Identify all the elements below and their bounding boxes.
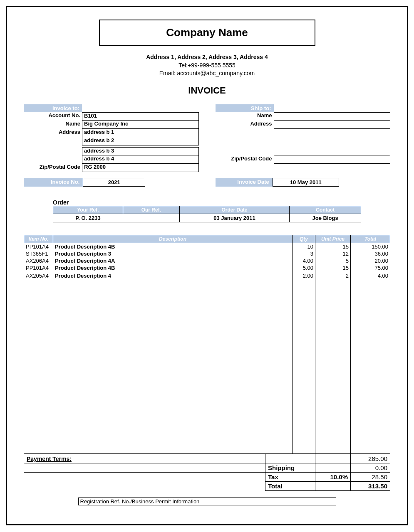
- shipping-label: Shipping: [265, 463, 315, 473]
- label-account-no: Account No.: [24, 112, 82, 121]
- items-cell-item_no: PP101A4: [24, 243, 53, 250]
- label-ship-address: Address: [216, 121, 274, 129]
- invoice-page: Company Name Address 1, Address 2, Addre…: [6, 6, 408, 525]
- items-cell-unit_price: 15: [315, 264, 351, 271]
- payment-terms-label: Payment Terms:: [24, 454, 265, 463]
- items-h-no: Item No.: [24, 235, 53, 243]
- items-cell-item_no: AX205A4: [24, 272, 53, 279]
- value-bill-addr4: address b 4: [82, 155, 199, 164]
- invoice-date-label: Invoice Date: [216, 178, 273, 187]
- items-cell-total: 36.00: [351, 250, 390, 257]
- items-cell-description: Product Description 4B: [53, 264, 293, 271]
- items-cell-description: Product Description 4: [53, 272, 293, 279]
- items-row: PP101A4Product Description 4B5.001575.00: [24, 264, 390, 271]
- items-cell-description: Product Description 4B: [53, 243, 293, 250]
- invoice-date-value: 10 May 2011: [273, 178, 339, 187]
- value-ship-addr1: [274, 121, 391, 129]
- value-bill-addr1: address b 1: [82, 129, 199, 137]
- items-section: Item No. Description Qty Unit Price Tota…: [24, 235, 390, 491]
- order-h-contact: Contact: [290, 206, 361, 214]
- items-cell-item_no: AX206A4: [24, 257, 53, 264]
- company-address: Address 1, Address 2, Address 3, Address…: [24, 53, 390, 62]
- value-bill-addr2: address b 2: [82, 137, 199, 145]
- items-cell-description: Product Description 4A: [53, 257, 293, 264]
- items-row: AX206A4Product Description 4A4.00520.00: [24, 257, 390, 264]
- company-email: Email: accounts@abc_company.com: [24, 69, 390, 78]
- summary-subtotal: 285.00: [351, 454, 390, 463]
- party-section: Invoice to: Account No. B101 Name Big Co…: [24, 104, 390, 172]
- items-cell-item_no: PP101A4: [24, 264, 53, 271]
- order-section: Order Your Ref. Our Ref. Order Date Cont…: [53, 199, 361, 222]
- items-cell-total: 20.00: [351, 257, 390, 264]
- items-h-qty: Qty: [293, 235, 315, 243]
- items-row: PP101A4Product Description 4B1015150.00: [24, 243, 390, 250]
- label-ship-name: Name: [216, 112, 274, 121]
- doc-title: INVOICE: [24, 85, 390, 96]
- value-ship-addr3: [274, 139, 391, 147]
- footer-registration: Registration Ref. No./Business Permit In…: [78, 498, 336, 505]
- invoice-no-value: 2021: [83, 178, 145, 187]
- order-your-ref: P. O. 2233: [53, 214, 123, 222]
- items-cell-qty: 5.00: [293, 264, 315, 271]
- items-cell-total: 75.00: [351, 264, 390, 271]
- tax-label: Tax: [265, 473, 315, 482]
- value-ship-zip: [274, 155, 391, 164]
- company-tel: Tel:+99-999-555 5555: [24, 62, 390, 70]
- invoice-meta-bar: Invoice No. 2021 Invoice Date 10 May 201…: [24, 178, 390, 187]
- order-h-date: Order Date: [179, 206, 289, 214]
- label-ship-zip: Zip/Postal Code: [216, 155, 274, 164]
- value-account-no: B101: [82, 112, 199, 121]
- items-cell-qty: 4.00: [293, 257, 315, 264]
- items-cell-unit_price: 15: [315, 243, 351, 250]
- order-table: Your Ref. Our Ref. Order Date Contact P.…: [53, 206, 361, 222]
- value-bill-addr3: address b 3: [82, 147, 199, 155]
- items-cell-qty: 3: [293, 250, 315, 257]
- order-contact: Joe Blogs: [290, 214, 361, 222]
- summary-table: Payment Terms: 285.00 Shipping 0.00 Tax …: [24, 454, 390, 491]
- items-cell-unit_price: 12: [315, 250, 351, 257]
- value-ship-name: [274, 112, 391, 121]
- summary-total: 313.50: [351, 482, 390, 491]
- order-h-our-ref: Our Ref.: [123, 206, 179, 214]
- items-row: AX205A4Product Description 42.0024.00: [24, 272, 390, 279]
- items-h-price: Unit Price: [315, 235, 351, 243]
- label-bill-name: Name: [24, 121, 82, 129]
- items-filler-row: [24, 279, 390, 454]
- order-h-your-ref: Your Ref.: [53, 206, 123, 214]
- value-ship-addr4: [274, 147, 391, 155]
- value-bill-zip: RG 2000: [82, 164, 199, 172]
- value-bill-name: Big Company Inc: [82, 121, 199, 129]
- invoice-to-header: Invoice to:: [24, 104, 82, 112]
- label-bill-address: Address: [24, 129, 82, 137]
- summary-shipping: 0.00: [351, 463, 390, 473]
- company-address-block: Address 1, Address 2, Address 3, Address…: [24, 53, 390, 78]
- company-name-box: Company Name: [99, 20, 315, 46]
- total-label: Total: [265, 482, 315, 491]
- order-title: Order: [53, 199, 361, 206]
- items-row: ST365F1Product Description 331236.00: [24, 250, 390, 257]
- items-h-desc: Description: [53, 235, 293, 243]
- tax-rate: 10.0%: [315, 473, 351, 482]
- invoice-to-column: Invoice to: Account No. B101 Name Big Co…: [24, 104, 199, 172]
- order-date: 03 January 2011: [179, 214, 289, 222]
- items-cell-description: Product Description 3: [53, 250, 293, 257]
- label-bill-zip: Zip/Postal Code: [24, 164, 82, 172]
- items-cell-unit_price: 2: [315, 272, 351, 279]
- ship-to-column: Ship to: Name Address: [216, 104, 391, 172]
- items-cell-qty: 10: [293, 243, 315, 250]
- invoice-no-label: Invoice No.: [24, 178, 83, 187]
- items-cell-qty: 2.00: [293, 272, 315, 279]
- items-cell-item_no: ST365F1: [24, 250, 53, 257]
- ship-to-header: Ship to:: [216, 104, 274, 112]
- items-h-total: Total: [351, 235, 390, 243]
- items-cell-unit_price: 5: [315, 257, 351, 264]
- summary-tax: 28.50: [351, 473, 390, 482]
- value-ship-addr2: [274, 129, 391, 137]
- items-table: Item No. Description Qty Unit Price Tota…: [24, 235, 390, 454]
- items-cell-total: 4.00: [351, 272, 390, 279]
- order-our-ref: [123, 214, 179, 222]
- items-cell-total: 150.00: [351, 243, 390, 250]
